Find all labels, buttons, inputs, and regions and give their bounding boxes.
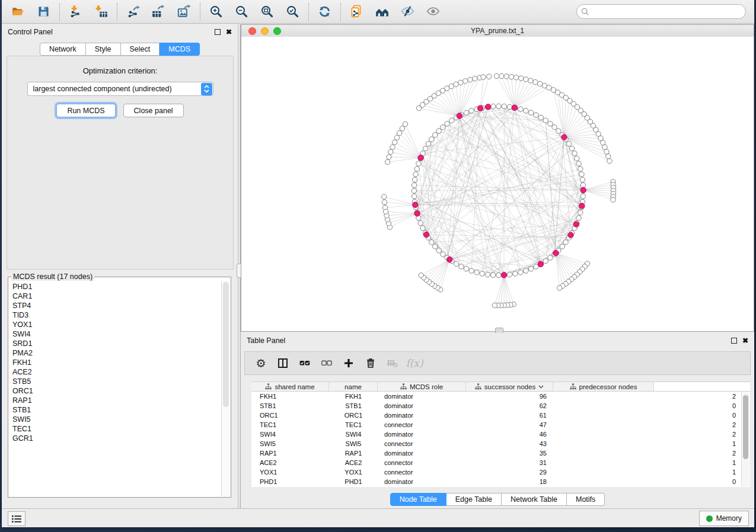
column-header-shared-name[interactable]: shared name [251,382,329,391]
graph-mcds-hub-node[interactable] [573,222,579,227]
list-item[interactable]: STB1 [9,405,221,415]
graph-node[interactable] [548,121,553,126]
graph-node[interactable] [496,273,501,277]
show-columns-icon[interactable] [274,354,292,372]
graph-node[interactable] [418,220,423,225]
graph-satellite-node[interactable] [403,121,407,126]
graph-satellite-node[interactable] [390,145,395,149]
cell-MCDS-role[interactable]: dominator [378,412,466,419]
graph-satellite-node[interactable] [383,209,388,214]
graph-node[interactable] [441,252,445,257]
tab-motifs[interactable]: Motifs [567,493,605,506]
export-network-icon[interactable] [120,2,146,22]
graph-node[interactable] [416,161,421,166]
list-item[interactable]: GCR1 [9,434,221,443]
table-scrollbar-thumb[interactable] [743,395,748,459]
tab-network-table[interactable]: Network Table [502,493,567,506]
tab-select[interactable]: Select [121,43,160,56]
table-row[interactable]: STB1STB1dominator620 [251,401,750,411]
close-panel-button[interactable]: Close panel [123,104,184,117]
run-mcds-button[interactable]: Run MCDS [56,104,115,117]
graph-node[interactable] [490,104,495,108]
graph-satellite-node[interactable] [473,76,477,81]
list-item[interactable]: ORC1 [9,386,221,396]
graph-node[interactable] [543,118,548,123]
graph-satellite-node[interactable] [509,74,513,79]
graph-satellite-node[interactable] [537,81,542,86]
graph-mcds-hub-node[interactable] [457,113,462,118]
list-item[interactable]: SRD1 [9,339,221,348]
column-header-MCDS-role[interactable]: MCDS role [378,382,466,391]
graph-node[interactable] [580,194,585,198]
cell-predecessor-nodes[interactable]: 1 [553,469,750,476]
graph-node[interactable] [412,182,416,187]
graph-node[interactable] [412,194,416,198]
list-item[interactable]: TID3 [9,310,221,320]
graph-mcds-hub-node[interactable] [562,134,567,140]
zoom-in-icon[interactable] [203,2,229,22]
export-image-icon[interactable] [171,2,197,22]
graph-node[interactable] [469,268,474,273]
graph-mcds-hub-node[interactable] [580,187,586,193]
graph-satellite-node[interactable] [419,273,423,277]
cell-name[interactable]: ACE2 [329,459,378,466]
cell-predecessor-nodes[interactable]: 2 [553,450,750,457]
cell-predecessor-nodes[interactable]: 0 [553,402,750,409]
cell-shared-name[interactable]: STB1 [251,402,329,409]
table-row[interactable]: ORC1ORC1dominator610 [251,411,750,420]
graph-node[interactable] [518,270,523,275]
scrollbar-thumb[interactable] [223,282,229,407]
tab-style[interactable]: Style [86,43,121,56]
list-item[interactable]: SWI4 [9,329,221,339]
cell-name[interactable]: ORC1 [329,412,378,419]
list-item[interactable]: YOX1 [9,320,221,329]
graph-mcds-hub-node[interactable] [501,273,506,278]
graph-node[interactable] [420,226,425,230]
graph-satellite-node[interactable] [481,75,486,79]
graph-node[interactable] [563,240,568,245]
graph-mcds-hub-node[interactable] [568,232,573,238]
graph-node[interactable] [534,113,538,117]
cell-shared-name[interactable]: ACE2 [251,459,329,466]
hide-selected-icon[interactable] [395,2,420,22]
list-item[interactable]: CAR1 [9,291,221,301]
add-column-icon[interactable] [340,354,358,372]
deselect-all-icon[interactable] [318,354,336,372]
graph-node[interactable] [560,244,564,249]
zoom-selected-icon[interactable] [280,2,305,22]
select-all-icon[interactable] [296,354,314,372]
delete-column-icon[interactable] [362,354,379,372]
graph-satellite-node[interactable] [528,78,533,83]
cell-shared-name[interactable]: FKH1 [251,393,329,400]
cell-predecessor-nodes[interactable]: 0 [553,412,750,419]
graph-node[interactable] [441,125,445,130]
graph-node[interactable] [538,115,543,120]
import-table-icon[interactable] [88,2,114,22]
close-panel-icon[interactable]: ✖ [226,29,232,35]
cell-successor-nodes[interactable]: 47 [466,421,553,428]
graph-satellite-node[interactable] [604,149,609,154]
graph-satellite-node[interactable] [492,303,497,307]
cell-MCDS-role[interactable]: connector [378,440,466,447]
cell-MCDS-role[interactable]: dominator [378,393,466,400]
search-input[interactable] [592,6,745,18]
graph-node[interactable] [543,258,548,263]
graph-satellite-node[interactable] [385,159,390,164]
cell-name[interactable]: RAP1 [329,450,378,457]
import-network-icon[interactable] [63,2,88,22]
graph-mcds-hub-node[interactable] [553,250,559,255]
cell-name[interactable]: STB1 [329,402,378,409]
cell-predecessor-nodes[interactable]: 1 [553,440,750,447]
graph-mcds-hub-node[interactable] [538,261,543,267]
graph-node[interactable] [464,267,468,271]
graph-mcds-hub-node[interactable] [414,211,420,216]
graph-satellite-node[interactable] [463,79,468,84]
cell-predecessor-nodes[interactable]: 0 [553,478,750,485]
graph-satellite-node[interactable] [513,75,518,80]
graph-node[interactable] [528,110,533,115]
table-row[interactable]: SWI5SWI5connector431 [251,439,750,448]
cell-shared-name[interactable]: ORC1 [251,412,329,419]
graph-node[interactable] [464,110,468,115]
open-file-icon[interactable] [5,2,31,22]
graph-node[interactable] [436,129,441,133]
